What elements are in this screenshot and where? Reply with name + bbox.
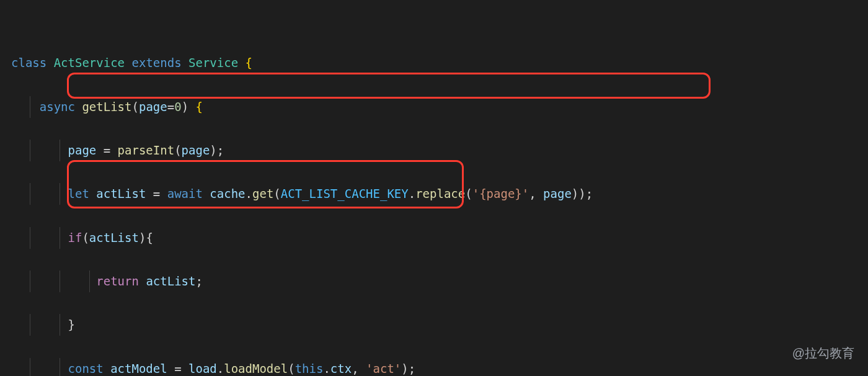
- code-line: if(actList){: [11, 227, 864, 249]
- code-line: class ActService extends Service {: [11, 52, 864, 74]
- code-line: async getList(page=0) {: [11, 96, 864, 118]
- keyword-async: async: [40, 100, 75, 114]
- brace: {: [196, 100, 203, 114]
- fn-call: parseInt: [118, 143, 175, 157]
- keyword-extends: extends: [132, 56, 182, 69]
- var: actList: [96, 187, 146, 200]
- code-line: }: [11, 314, 864, 336]
- keyword-const: const: [68, 362, 104, 375]
- string: '{page}': [472, 187, 529, 200]
- keyword-this: this: [295, 362, 324, 375]
- keyword-await: await: [167, 187, 203, 200]
- code-line: page = parseInt(page);: [11, 140, 864, 161]
- keyword-if: if: [68, 231, 82, 244]
- watermark: @拉勾教育: [792, 342, 854, 365]
- var: page: [68, 143, 97, 157]
- number: 0: [174, 100, 181, 114]
- keyword-let: let: [68, 187, 89, 200]
- code-editor[interactable]: class ActService extends Service { async…: [0, 0, 868, 376]
- param: page: [139, 100, 167, 114]
- code-line: const actModel = load.loadModel(this.ctx…: [11, 358, 864, 376]
- method-name: getList: [82, 100, 131, 114]
- var: actModel: [110, 362, 167, 375]
- class-name: Service: [188, 56, 238, 69]
- class-name: ActService: [54, 56, 125, 69]
- string: 'act': [366, 362, 401, 375]
- code-line: let actList = await cache.get(ACT_LIST_C…: [11, 183, 864, 205]
- constant: ACT_LIST_CACHE_KEY: [281, 187, 409, 200]
- keyword-return: return: [96, 274, 139, 288]
- code-line: return actList;: [11, 271, 864, 292]
- keyword-class: class: [11, 56, 46, 69]
- brace: }: [68, 318, 75, 331]
- brace: {: [246, 56, 252, 69]
